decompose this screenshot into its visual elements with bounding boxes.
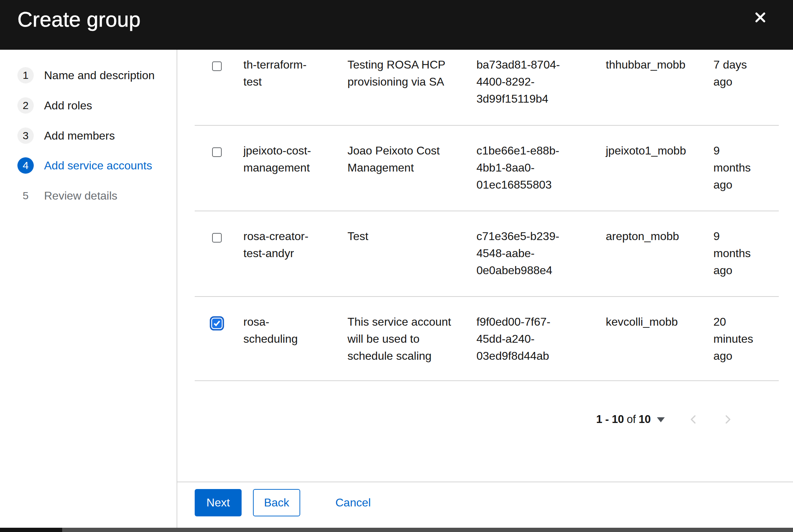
horizontal-scrollbar-track[interactable] [0,528,793,532]
table-row-th-terraform-test: th-terraform- test Testing ROSA HCP prov… [195,39,779,125]
cell-time-created: 9 months ago [713,142,779,193]
cancel-button[interactable]: Cancel [335,489,385,516]
footer-divider [177,482,793,482]
pagination-next-button[interactable] [721,413,734,426]
step-number-badge: 4 [17,157,34,174]
cell-name: rosa- scheduling [243,313,345,347]
row-checkbox-unchecked[interactable] [212,233,222,243]
checkmark-icon [214,320,220,326]
pagination-menu-caret-icon[interactable] [657,417,665,422]
step-number-badge: 3 [17,127,34,144]
step-label: Name and description [44,67,155,83]
create-group-wizard-modal: Create group 1 Name and description 2 Ad… [0,0,793,532]
close-icon [754,11,767,24]
wizard-title: Create group [17,7,141,32]
cell-name: jpeixoto-cost- management [243,142,345,176]
table-row-rosa-creator-test-andyr: rosa-creator- test-andyr Test c71e36e5-b… [195,211,779,297]
next-button[interactable]: Next [195,489,242,516]
row-checkbox-unchecked[interactable] [212,147,222,157]
cell-owner: jpeixoto1_mobb [606,142,711,159]
cell-time-created: 7 days ago [713,56,779,90]
step-number-badge: 5 [17,188,34,204]
step-label: Add service accounts [44,157,152,174]
step-label: Add members [44,127,115,144]
cell-owner: kevcolli_mobb [606,313,711,330]
table-row-jpeixoto-cost-management: jpeixoto-cost- management Joao Peixoto C… [195,125,779,211]
cell-description: This service account will be used to sch… [347,313,474,364]
cell-client-id: ba73ad81-8704- 4400-8292- 3d99f15119b4 [476,56,603,107]
close-button[interactable] [750,7,770,27]
cell-client-id: f9f0ed00-7f67- 45dd-a240- 03ed9f8d44ab [476,313,603,364]
row-checkbox-checked[interactable] [212,319,222,328]
table-row-rosa-scheduling: rosa- scheduling This service account wi… [195,297,779,381]
cell-description: Test [347,228,474,245]
horizontal-scrollbar-thumb[interactable] [0,528,62,532]
cell-name: th-terraform- test [243,56,345,90]
back-button[interactable]: Back [253,489,300,516]
pagination-of: of [627,413,636,425]
cell-client-id: c1be66e1-e88b- 4bb1-8aa0- 01ec16855803 [476,142,603,193]
cell-time-created: 9 months ago [713,228,779,279]
cell-owner: arepton_mobb [606,228,711,245]
pagination-range[interactable]: 1 - 10of10 [596,411,651,428]
pagination-current-range: 1 - 10 [596,413,624,425]
row-checkbox-unchecked[interactable] [212,61,222,71]
row-divider [195,380,779,381]
step-label: Add roles [44,97,92,114]
step-number-badge: 2 [17,97,34,114]
cell-description: Testing ROSA HCP provisioning via SA [347,56,474,90]
pagination-prev-button[interactable] [687,413,700,426]
cell-name: rosa-creator- test-andyr [243,228,345,262]
cell-description: Joao Peixoto Cost Management [347,142,474,176]
pagination-total: 10 [639,413,651,425]
step-number-badge: 1 [17,67,34,83]
cell-owner: thhubbar_mobb [606,56,711,73]
step-label: Review details [44,188,117,204]
cell-time-created: 20 minutes ago [713,313,779,364]
chevron-right-icon [721,413,734,426]
wizard-nav-divider [177,50,177,528]
cell-client-id: c71e36e5-b239- 4548-aabe- 0e0abeb988e4 [476,228,603,279]
chevron-left-icon [687,413,700,426]
